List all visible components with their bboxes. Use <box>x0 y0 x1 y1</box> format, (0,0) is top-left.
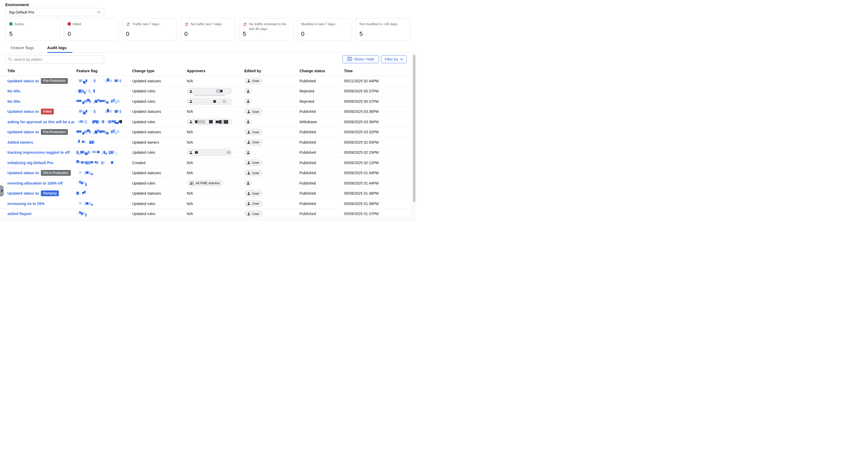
cell-title: tracking impressions toggled to off <box>7 148 74 158</box>
redacted-pixel <box>88 151 90 154</box>
person-icon <box>247 110 250 113</box>
feature-flag-redacted <box>76 159 113 166</box>
redacted-pixel <box>83 182 85 184</box>
audit-entry-link[interactable]: asking for approval so this will be a pe <box>7 120 74 124</box>
redacted-pixel <box>113 99 115 102</box>
audit-entry-link[interactable]: increasing on to 25% <box>7 202 44 206</box>
cell-edited-by <box>244 148 252 158</box>
redacted-pixel <box>117 79 119 82</box>
stat-card-value: 0 <box>68 31 71 37</box>
stat-card-label-row: No traffic last 7 days <box>184 22 231 27</box>
edited-by-avatar-pill <box>244 149 252 156</box>
audit-entry-link[interactable]: Updated status to <box>7 109 39 114</box>
cell-approvers: N/A <box>187 76 193 86</box>
cell-change-status: Published <box>300 189 316 199</box>
redacted-pixel <box>95 100 97 103</box>
redacted-block <box>224 120 228 124</box>
expand-panel-handle[interactable] <box>0 185 4 197</box>
chevron-blue-icon <box>400 58 403 61</box>
feature-flag-redacted <box>76 98 119 105</box>
cell-time: 05/09/2025 03:36PM <box>344 117 378 127</box>
approvers-na: N/A <box>187 212 193 216</box>
redacted-pixel <box>105 152 107 155</box>
audit-entry-link[interactable]: tracking impressions toggled to off <box>7 150 69 154</box>
audit-entry-link[interactable]: Updated status to <box>7 171 39 175</box>
stat-card-label-row: Traffic last 7 days <box>126 22 173 27</box>
feature-flag-redacted <box>76 221 90 221</box>
person-icon <box>246 99 250 103</box>
tab-audit-logs[interactable]: Audit logs <box>47 42 72 53</box>
cell-approvers: All FME Admins <box>187 178 223 188</box>
redacted-pixel <box>88 202 91 205</box>
environment-select[interactable]: Stg-Default Pro <box>5 8 104 16</box>
redacted-pixel <box>104 131 106 133</box>
cell-feature-flag <box>76 76 121 86</box>
audit-entry-link[interactable]: Updated status to <box>7 130 39 134</box>
cell-edited-by: User <box>244 137 262 147</box>
cell-feature-flag <box>76 127 119 137</box>
redacted-pixel <box>113 129 115 133</box>
tab-feature-flags[interactable]: Feature flags <box>10 42 34 53</box>
table-row: asking for approval so this will be a pe… <box>0 117 408 127</box>
audit-entry-link[interactable]: added flagset <box>7 212 31 216</box>
stat-card-value: 5 <box>9 31 12 37</box>
scrollbar-track[interactable] <box>412 53 416 221</box>
search-icon <box>8 57 12 61</box>
redacted-pixel <box>89 131 91 134</box>
show-hide-button[interactable]: Show / Hide <box>342 55 379 63</box>
status-badge: Pre-Production <box>41 129 68 135</box>
square-green-icon <box>9 22 12 26</box>
cell-time: 05/09/2025 01:44PM <box>344 178 378 188</box>
status-badge: Killed <box>41 109 54 114</box>
scrollbar-thumb[interactable] <box>413 55 415 202</box>
people-icon <box>189 181 194 185</box>
status-badge: Ramping <box>41 191 59 196</box>
cell-time: 05/09/2025 01:38PM <box>344 189 378 199</box>
cell-change-type: Updated rules <box>132 199 155 209</box>
caret-right-icon <box>1 189 3 192</box>
column-header-edited-by: Edited by <box>244 66 261 76</box>
edited-by-user-pill: User <box>244 159 262 166</box>
cell-change-status: Published <box>300 107 316 117</box>
redacted-pixel <box>79 89 81 93</box>
audit-entry-link[interactable]: reverting allocation to 100% off <box>7 181 63 185</box>
redacted-pixel <box>101 161 103 164</box>
cell-title: Updated status to0% in Production <box>7 168 74 178</box>
cell-approvers: N/A <box>187 209 193 219</box>
stat-card-label: No traffic last 7 days <box>191 22 222 27</box>
approvers-na: N/A <box>187 130 193 134</box>
audit-entry-link[interactable]: Updated status to <box>7 79 39 83</box>
search-input[interactable] <box>14 57 101 62</box>
edited-by-user-pill: User <box>244 169 262 176</box>
redacted-pixel <box>99 100 102 102</box>
cell-approvers <box>187 86 232 96</box>
table-row: Updated status toRampingUpdated statuses… <box>0 189 408 199</box>
audit-entry-link[interactable]: No title. <box>7 99 21 104</box>
redacted-pixel <box>78 140 80 143</box>
filter-by-button[interactable]: Filter by <box>381 55 407 63</box>
audit-entry-link[interactable]: initializing stg-Default Pro <box>7 161 53 165</box>
redaction-underbar <box>194 94 225 96</box>
cell-change-type: Created <box>132 158 145 168</box>
cell-edited-by <box>244 86 252 96</box>
redacted-pixel <box>76 151 78 154</box>
feature-flag-redacted <box>76 149 118 156</box>
redacted-pixel <box>108 151 111 154</box>
cell-change-type: Updated rules <box>132 86 155 96</box>
redacted-pixel <box>106 132 108 134</box>
cell-change-status: Published <box>300 127 316 137</box>
cell-approvers: N/A <box>187 127 193 137</box>
redacted-block <box>197 120 202 123</box>
redacted-pixel <box>115 79 117 82</box>
audit-entry-link[interactable]: Added owners <box>7 140 33 144</box>
cell-title: No title. <box>7 86 74 96</box>
audit-entry-link[interactable]: Updated status to <box>7 191 39 196</box>
redacted-pixel <box>81 182 83 184</box>
search-box[interactable] <box>5 56 104 63</box>
redacted-pixel <box>81 89 84 93</box>
chevron-down-icon <box>97 10 101 15</box>
table-row: increasing on to 25%Updated rulesN/AUser… <box>0 199 408 209</box>
audit-entry-link[interactable]: No title. <box>7 89 21 93</box>
edited-by-label: User <box>252 110 259 114</box>
redacted-pixel <box>91 204 93 206</box>
